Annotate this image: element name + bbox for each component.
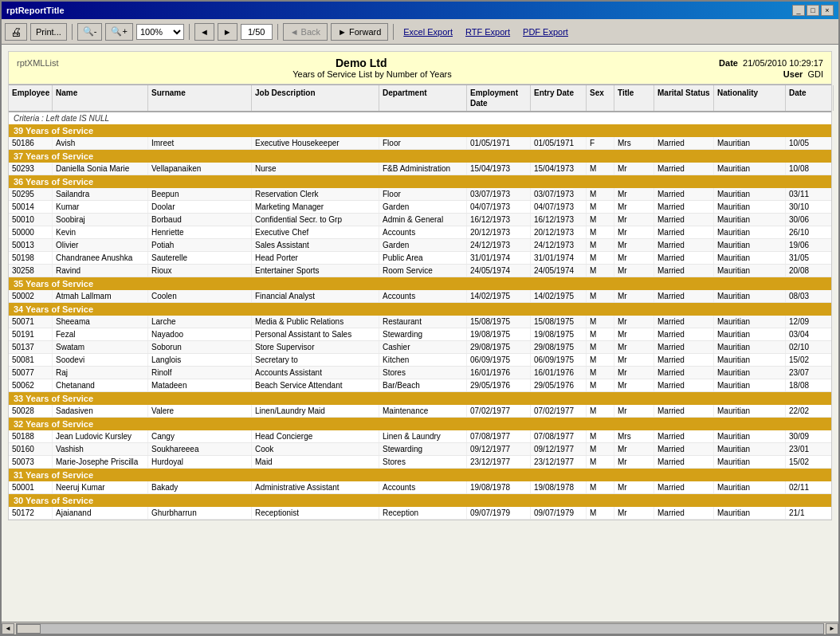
cell-surname: Borbaud bbox=[148, 214, 252, 226]
cell-sex: M bbox=[587, 481, 614, 493]
cell-sex: M bbox=[587, 354, 614, 366]
cell-entry_date: 03/07/1973 bbox=[531, 188, 587, 200]
cell-name: Ajaianand bbox=[53, 507, 148, 519]
table-row: 50081SoodeviLangloisSecretary toKitchen0… bbox=[9, 354, 831, 367]
cell-nationality: Mauritian bbox=[714, 443, 786, 455]
horizontal-scrollbar[interactable]: ◄ ► bbox=[2, 622, 838, 634]
scroll-right-button[interactable]: ► bbox=[826, 623, 838, 634]
group-header: 33 Years of Service bbox=[9, 392, 831, 405]
cell-job: Accounts Assistant bbox=[252, 367, 379, 379]
cell-title: Mr bbox=[614, 367, 654, 379]
cell-sex: M bbox=[587, 163, 614, 175]
cell-name: Olivier bbox=[53, 239, 148, 251]
cell-emp_date: 19/08/1975 bbox=[467, 328, 531, 340]
cell-job: Executive Chef bbox=[252, 226, 379, 238]
cell-nationality: Mauritian bbox=[714, 214, 786, 226]
cell-emp_date: 09/12/1977 bbox=[467, 443, 531, 455]
report-user-section: User GDI bbox=[664, 69, 823, 79]
cell-date: 30/10 bbox=[786, 201, 834, 213]
cell-emp: 30258 bbox=[9, 265, 53, 277]
cell-marital: Married bbox=[654, 290, 714, 302]
cell-surname: Hurdoyal bbox=[148, 456, 252, 468]
cell-nationality: Mauritian bbox=[714, 354, 786, 366]
cell-surname: Henriette bbox=[148, 226, 252, 238]
cell-date: 31/05 bbox=[786, 252, 834, 264]
cell-surname: Valere bbox=[148, 405, 252, 417]
cell-entry_date: 16/12/1973 bbox=[531, 214, 587, 226]
cell-nationality: Mauritian bbox=[714, 481, 786, 493]
cell-title: Mr bbox=[614, 188, 654, 200]
cell-emp: 50160 bbox=[9, 443, 53, 455]
scroll-track[interactable] bbox=[16, 623, 824, 634]
cell-entry_date: 09/12/1977 bbox=[531, 443, 587, 455]
cell-nationality: Mauritian bbox=[714, 252, 786, 264]
cell-entry_date: 31/01/1974 bbox=[531, 252, 587, 264]
scroll-left-button[interactable]: ◄ bbox=[2, 623, 14, 634]
maximize-button[interactable]: □ bbox=[807, 5, 819, 16]
group-header: 34 Years of Service bbox=[9, 303, 831, 316]
scroll-thumb[interactable] bbox=[17, 624, 41, 634]
zoom-in-button[interactable]: 🔍+ bbox=[105, 23, 132, 41]
date-label: Date bbox=[719, 58, 738, 68]
cell-marital: Married bbox=[654, 239, 714, 251]
cell-emp_date: 15/04/1973 bbox=[467, 163, 531, 175]
cell-emp_date: 19/08/1978 bbox=[467, 481, 531, 493]
cell-title: Mr bbox=[614, 328, 654, 340]
rtf-export-button[interactable]: RTF Export bbox=[461, 26, 515, 38]
cell-sex: M bbox=[587, 252, 614, 264]
col-employee: Employee bbox=[9, 85, 53, 111]
cell-surname: Potiah bbox=[148, 239, 252, 251]
report-main-title: Demo Ltd bbox=[59, 57, 664, 69]
cell-emp_date: 29/08/1975 bbox=[467, 341, 531, 353]
user-label: User bbox=[783, 69, 803, 79]
cell-emp: 50188 bbox=[9, 430, 53, 442]
pdf-export-button[interactable]: PDF Export bbox=[518, 26, 573, 38]
cell-job: Beach Service Attendant bbox=[252, 379, 379, 391]
back-button[interactable]: ◄ Back bbox=[283, 23, 328, 41]
print-icon: 🖨 bbox=[5, 23, 27, 41]
group-header: 32 Years of Service bbox=[9, 418, 831, 430]
cell-dept: Stewarding bbox=[379, 328, 467, 340]
cell-title: Mr bbox=[614, 379, 654, 391]
cell-job: Entertainer Sports bbox=[252, 265, 379, 277]
cell-emp_date: 15/08/1975 bbox=[467, 316, 531, 328]
cell-job: Receptionist bbox=[252, 507, 379, 519]
cell-date: 30/06 bbox=[786, 214, 834, 226]
cell-emp: 50293 bbox=[9, 163, 53, 175]
print-button[interactable]: Print... bbox=[30, 23, 67, 41]
cell-surname: Nayadoo bbox=[148, 328, 252, 340]
nav-forward-icon[interactable]: ► bbox=[218, 23, 237, 41]
cell-nationality: Mauritian bbox=[714, 265, 786, 277]
main-window: rptReportTitle _ □ × 🖨 Print... 🔍- 🔍+ 10… bbox=[0, 0, 840, 636]
cell-job: Maid bbox=[252, 456, 379, 468]
cell-emp: 50191 bbox=[9, 328, 53, 340]
cell-title: Mr bbox=[614, 341, 654, 353]
content-area: rptXMLList Demo Ltd Date 21/05/2010 10:2… bbox=[2, 45, 838, 634]
minimize-button[interactable]: _ bbox=[792, 5, 805, 16]
nav-back-icon[interactable]: ◄ bbox=[194, 23, 214, 41]
excel-export-button[interactable]: Excel Export bbox=[398, 26, 457, 38]
close-button[interactable]: × bbox=[821, 5, 834, 16]
table-row: 50000KevinHenrietteExecutive ChefAccount… bbox=[9, 226, 831, 239]
cell-name: Avish bbox=[53, 137, 148, 149]
cell-sex: M bbox=[587, 239, 614, 251]
table-row: 50071SheeamaLarcheMedia & Public Relatio… bbox=[9, 316, 831, 328]
forward-button[interactable]: ► Forward bbox=[331, 23, 388, 41]
cell-surname: Rinolf bbox=[148, 367, 252, 379]
cell-emp_date: 31/01/1974 bbox=[467, 252, 531, 264]
cell-job: Secretary to bbox=[252, 354, 379, 366]
zoom-out-button[interactable]: 🔍- bbox=[77, 23, 103, 41]
cell-nationality: Mauritian bbox=[714, 239, 786, 251]
separator-1 bbox=[72, 24, 73, 40]
cell-nationality: Mauritian bbox=[714, 379, 786, 391]
report-scroll[interactable]: rptXMLList Demo Ltd Date 21/05/2010 10:2… bbox=[2, 45, 838, 622]
cell-emp: 50013 bbox=[9, 239, 53, 251]
cell-entry_date: 16/01/1976 bbox=[531, 367, 587, 379]
cell-dept: Restaurant bbox=[379, 316, 467, 328]
cell-marital: Married bbox=[654, 456, 714, 468]
table-row: 50073Marie-Josephe PriscillaHurdoyalMaid… bbox=[9, 456, 831, 469]
zoom-selector[interactable]: 100% 75% 125% 150% bbox=[136, 24, 184, 40]
cell-date: 21/1 bbox=[786, 507, 834, 519]
cell-dept: Bar/Beach bbox=[379, 379, 467, 391]
cell-emp: 50198 bbox=[9, 252, 53, 264]
